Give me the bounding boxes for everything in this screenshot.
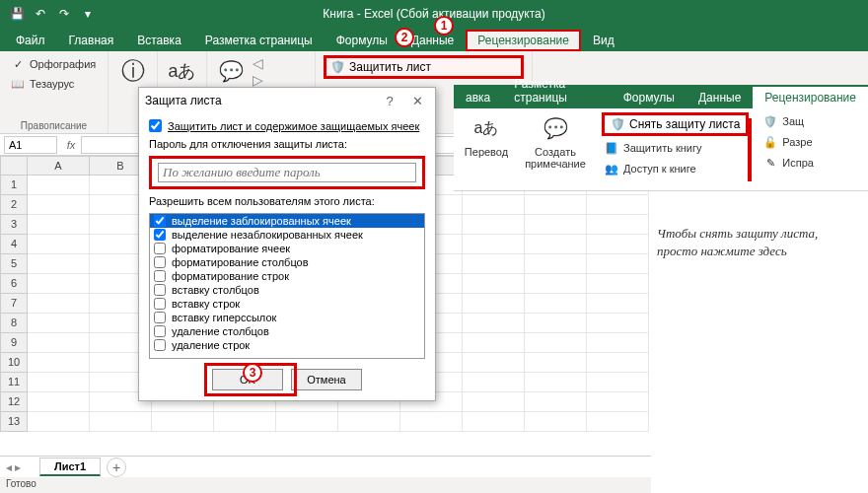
cell[interactable]	[463, 215, 525, 235]
permission-checkbox[interactable]	[154, 284, 166, 296]
tab2-review[interactable]: Рецензирование	[753, 87, 868, 108]
row-header[interactable]: 6	[0, 274, 28, 294]
permission-item[interactable]: форматирование столбцов	[150, 255, 424, 269]
cell[interactable]	[463, 314, 525, 333]
cmd2-protect-workbook[interactable]: 📘 Защитить книгу	[602, 139, 749, 157]
cell[interactable]	[525, 412, 587, 432]
tab2-formulas[interactable]: Формулы	[612, 87, 687, 108]
permissions-list[interactable]: выделение заблокированных ячееквыделение…	[149, 213, 425, 359]
permission-item[interactable]: форматирование строк	[150, 269, 424, 283]
cell[interactable]	[152, 412, 214, 432]
cell[interactable]	[28, 176, 90, 195]
cell[interactable]	[463, 254, 525, 274]
cmd-protect-sheet[interactable]: 🛡️ Защитить лист	[324, 55, 524, 79]
cell[interactable]	[463, 235, 525, 254]
cell[interactable]	[587, 195, 649, 215]
row-header[interactable]: 7	[0, 294, 28, 314]
cell[interactable]	[525, 294, 587, 314]
cancel-button[interactable]: Отмена	[291, 369, 362, 390]
row-header[interactable]: 8	[0, 314, 28, 333]
cmd2-share-workbook[interactable]: 👥 Доступ к книге	[602, 160, 749, 177]
cell[interactable]	[587, 314, 649, 333]
permission-item[interactable]: удаление столбцов	[150, 324, 424, 338]
cell[interactable]	[28, 254, 90, 274]
dialog-close-button[interactable]: ✕	[405, 91, 429, 110]
cell[interactable]	[28, 333, 90, 353]
row-header[interactable]: 12	[0, 392, 28, 412]
cell[interactable]	[525, 373, 587, 392]
comment-prev-icon[interactable]: ◁	[253, 55, 263, 71]
cmd-new-comment[interactable]: 💬	[215, 55, 247, 89]
row-header[interactable]: 2	[0, 195, 28, 215]
protect-contents-check-input[interactable]	[149, 119, 162, 132]
cell[interactable]	[587, 373, 649, 392]
cell[interactable]	[525, 254, 587, 274]
cmd-smart-lookup[interactable]: ⓘ	[116, 55, 149, 89]
cell[interactable]	[587, 392, 649, 412]
comment-next-icon[interactable]: ▷	[253, 72, 263, 88]
cell[interactable]	[400, 412, 463, 432]
cmd2-new-comment[interactable]: 💬 Создать примечание	[521, 112, 590, 186]
tab-page-layout[interactable]: Разметка страницы	[193, 30, 325, 51]
protect-contents-checkbox[interactable]: Защитить лист и содержимое защищаемых яч…	[149, 119, 425, 132]
tab2-pagelayout[interactable]: Разметка страницы	[502, 73, 612, 108]
cmd2-allow-ranges[interactable]: 🔓 Разре	[760, 133, 816, 151]
permission-item[interactable]: выделение заблокированных ячеек	[150, 214, 424, 228]
cell[interactable]	[463, 392, 525, 412]
row-header[interactable]: 11	[0, 373, 28, 392]
cell[interactable]	[525, 274, 587, 294]
cell[interactable]	[28, 392, 90, 412]
cell[interactable]	[587, 353, 649, 373]
col-header[interactable]: A	[28, 156, 90, 176]
cmd-thesaurus[interactable]: 📖 Тезаурус	[8, 75, 100, 93]
permission-checkbox[interactable]	[154, 298, 166, 310]
cell[interactable]	[338, 412, 400, 432]
cell[interactable]	[463, 333, 525, 353]
password-input[interactable]	[158, 163, 416, 182]
cell[interactable]	[587, 333, 649, 353]
row-header[interactable]: 5	[0, 254, 28, 274]
row-header[interactable]: 13	[0, 412, 28, 432]
sheet-nav-arrows[interactable]: ◂ ▸	[0, 460, 39, 474]
cell[interactable]	[28, 314, 90, 333]
qat-dropdown-icon[interactable]: ▾	[79, 5, 97, 23]
cmd2-track-changes[interactable]: ✎ Испра	[760, 154, 816, 172]
cell[interactable]	[587, 412, 649, 432]
permission-checkbox[interactable]	[154, 312, 166, 323]
cmd-translate[interactable]: aあ	[166, 55, 198, 89]
permission-item[interactable]: удаление строк	[150, 338, 424, 352]
cell[interactable]	[525, 195, 587, 215]
cell[interactable]	[587, 215, 649, 235]
tab2-data[interactable]: Данные	[687, 87, 753, 108]
tab-insert[interactable]: Вставка	[125, 30, 193, 51]
add-sheet-button[interactable]: +	[107, 458, 126, 477]
cell[interactable]	[28, 195, 90, 215]
cell[interactable]	[587, 274, 649, 294]
cell[interactable]	[28, 294, 90, 314]
permission-checkbox[interactable]	[154, 215, 166, 227]
cell[interactable]	[463, 195, 525, 215]
tab-formulas[interactable]: Формулы	[325, 30, 399, 51]
permission-item[interactable]: выделение незаблокированных ячеек	[150, 228, 424, 242]
permission-item[interactable]: вставку столбцов	[150, 283, 424, 297]
cell[interactable]	[587, 294, 649, 314]
permission-item[interactable]: вставку гиперссылок	[150, 311, 424, 324]
cell[interactable]	[28, 353, 90, 373]
tab-view[interactable]: Вид	[581, 30, 626, 51]
sheet-tab-1[interactable]: Лист1	[39, 458, 101, 476]
cell[interactable]	[463, 274, 525, 294]
undo-icon[interactable]: ↶	[32, 5, 49, 23]
row-header[interactable]: 1	[0, 176, 28, 195]
cell[interactable]	[525, 314, 587, 333]
cmd-spelling[interactable]: ✓ Орфография	[8, 55, 100, 73]
cell[interactable]	[525, 353, 587, 373]
cell[interactable]	[463, 412, 525, 432]
cell[interactable]	[463, 353, 525, 373]
cmd2-protect-range[interactable]: 🛡️ Защ	[760, 112, 816, 130]
permission-checkbox[interactable]	[154, 229, 166, 241]
row-header[interactable]: 4	[0, 235, 28, 254]
save-icon[interactable]: 💾	[8, 5, 26, 23]
cell[interactable]	[463, 294, 525, 314]
row-header[interactable]: 9	[0, 333, 28, 353]
cell[interactable]	[28, 412, 90, 432]
